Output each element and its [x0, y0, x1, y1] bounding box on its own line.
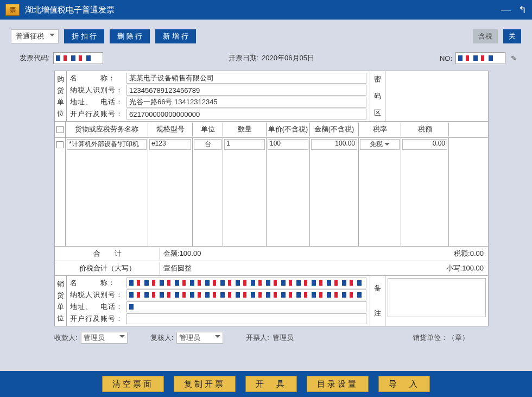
stamp-label: 销货单位：（章）	[413, 333, 469, 343]
item-rate-dropdown[interactable]: 免税	[360, 139, 400, 150]
remark-box[interactable]	[385, 276, 488, 326]
edit-no-icon[interactable]: ✎	[511, 54, 517, 62]
col-tax: 税额	[401, 123, 449, 136]
amount-prefix: 金额:	[163, 249, 180, 257]
signatures-row: 收款人: 管理员 复核人: 管理员 开票人: 管理员 销货单位：（章）	[54, 326, 489, 344]
issuer-value: 管理员	[273, 333, 294, 343]
buyer-taxid-label: 纳税人识别号：	[70, 85, 125, 95]
buyer-name-label: 名 称：	[70, 73, 125, 83]
delete-row-button[interactable]: 删 除 行	[110, 29, 150, 43]
tax-value: 0.00	[470, 249, 484, 257]
seller-name-input[interactable]	[126, 278, 366, 288]
row-checkbox[interactable]	[56, 141, 64, 148]
buyer-section: 购 货 单 位 名 称： 某某电子设备销售有限公司 纳税人识别号： 123456…	[55, 71, 488, 122]
buyer-bank-input[interactable]: 621700000000000000	[126, 109, 366, 119]
issue-date-value: 2020年06月05日	[262, 53, 314, 63]
xiaoxie-prefix: 小写:	[446, 264, 463, 272]
invoice-code-label: 发票代码:	[20, 53, 50, 63]
seller-bank-input[interactable]	[126, 313, 366, 324]
col-amt: 金额(不含税)	[310, 123, 359, 136]
item-price-input[interactable]: 100	[268, 139, 308, 150]
minimize-icon[interactable]: —	[501, 4, 511, 16]
catalog-button[interactable]: 目录设置	[307, 376, 369, 392]
reviewer-label: 复核人:	[150, 333, 174, 343]
daxie-label: 价税合计（大写）	[55, 262, 160, 274]
col-spec: 规格型号	[148, 123, 193, 136]
item-name-input[interactable]: *计算机外部设备*打印机	[67, 139, 147, 150]
daxie-value: 壹佰圆整	[160, 263, 446, 273]
include-tax-button[interactable]: 含税	[473, 29, 498, 43]
buyer-taxid-input[interactable]: 123456789123456789	[126, 85, 366, 96]
col-rate: 税率	[359, 123, 401, 136]
issue-date-label: 开票日期:	[229, 53, 259, 63]
total-row: 合 计 金额:100.00 税额:0.00	[55, 247, 488, 261]
titlebar: 票 湖北增值税电子普通发票 — ↰	[0, 0, 532, 20]
seller-name-label: 名 称：	[70, 278, 125, 288]
item-unit-input[interactable]: 台	[194, 139, 221, 150]
password-vert-label: 密 码 区	[370, 71, 385, 121]
buyer-vert-label: 购 货 单 位	[55, 71, 67, 121]
item-tax-input[interactable]: 0.00	[402, 139, 447, 150]
seller-addr-label: 地址、 电话：	[70, 302, 125, 312]
tax-mode-dropdown[interactable]: 普通征税	[11, 29, 59, 43]
buyer-bank-label: 开户行及账号：	[70, 109, 125, 119]
add-row-button[interactable]: 新 增 行	[155, 29, 195, 43]
reviewer-dropdown[interactable]: 管理员	[176, 332, 223, 344]
footer-toolbar: 清空票面 复制开票 开 具 目录设置 导 入	[0, 371, 532, 397]
buyer-addr-input[interactable]: 光谷一路66号 13412312345	[126, 97, 366, 108]
select-all-checkbox[interactable]	[56, 126, 64, 133]
items-header: 货物或应税劳务名称 规格型号 单位 数量 单价(不含税) 金额(不含税) 税率 …	[55, 122, 488, 138]
import-button[interactable]: 导 入	[378, 376, 430, 392]
seller-section: 销 货 单 位 名 称： 纳税人识别号： 地址、 电话：	[55, 276, 488, 326]
xiaoxie-value: 100.00	[462, 264, 484, 272]
col-name: 货物或应税劳务名称	[66, 123, 148, 136]
heji-label: 合 计	[55, 248, 160, 260]
seller-taxid-input[interactable]	[126, 289, 366, 300]
window-title: 湖北增值税电子普通发票	[25, 5, 501, 15]
item-amount-input[interactable]: 100.00	[311, 139, 357, 150]
clear-button[interactable]: 清空票面	[102, 376, 164, 392]
item-qty-input[interactable]: 1	[224, 139, 265, 150]
issue-button[interactable]: 开 具	[245, 376, 297, 392]
sum-row: 价税合计（大写） 壹佰圆整 小写:100.00	[55, 261, 488, 276]
discount-row-button[interactable]: 折 扣 行	[64, 29, 104, 43]
seller-bank-label: 开户行及账号：	[70, 314, 125, 324]
copy-issue-button[interactable]: 复制开票	[174, 376, 236, 392]
password-area	[385, 71, 488, 121]
remark-vert-label: 备 注	[370, 276, 385, 326]
items-body: *计算机外部设备*打印机 e123 台 1 100 100.00 免税 0.00	[55, 138, 488, 247]
payee-label: 收款人:	[54, 333, 78, 343]
amount-value: 100.00	[180, 249, 201, 257]
back-icon[interactable]: ↰	[518, 4, 527, 16]
invoice-code-value[interactable]	[53, 52, 103, 64]
buyer-name-input[interactable]: 某某电子设备销售有限公司	[126, 73, 366, 84]
col-price: 单价(不含税)	[267, 123, 310, 136]
invoice-no-value[interactable]	[455, 52, 505, 64]
seller-addr-input[interactable]	[126, 301, 366, 312]
payee-dropdown[interactable]: 管理员	[81, 332, 128, 344]
seller-vert-label: 销 货 单 位	[55, 276, 67, 326]
close-button[interactable]: 关	[503, 29, 521, 43]
invoice-no-label: NO:	[440, 54, 452, 62]
issuer-label: 开票人:	[246, 333, 269, 343]
document-header: 发票代码: 开票日期: 2020年06月05日 NO: ✎	[0, 48, 532, 68]
toolbar: 普通征税 折 扣 行 删 除 行 新 增 行 含税 关	[11, 29, 521, 43]
col-qty: 数量	[223, 123, 267, 136]
tax-prefix: 税额:	[454, 249, 470, 257]
buyer-addr-label: 地址、 电话：	[70, 97, 125, 107]
item-spec-input[interactable]: e123	[149, 139, 191, 150]
seller-taxid-label: 纳税人识别号：	[70, 290, 125, 300]
app-logo-icon: 票	[5, 4, 20, 16]
col-unit: 单位	[193, 123, 223, 136]
